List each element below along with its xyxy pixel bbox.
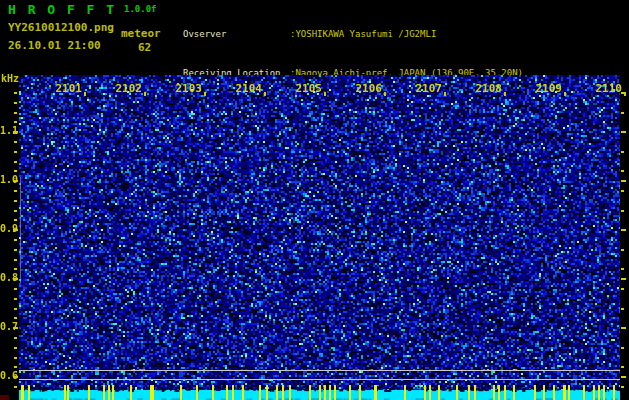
y-axis-tick-mark — [14, 151, 17, 153]
x-axis-tick-mark — [444, 92, 446, 96]
y-axis-tick-mark — [14, 386, 17, 388]
y-axis-right-tick-mark — [621, 386, 624, 388]
y-axis-tick-label: 1.1 — [0, 125, 13, 136]
y-axis-tick-mark — [13, 327, 18, 329]
y-axis-tick-mark — [13, 131, 18, 133]
y-axis-tick-mark — [13, 278, 18, 280]
y-axis-right-tick-mark — [621, 229, 626, 231]
x-axis-tick-label: 2102 — [99, 82, 142, 95]
observation-datetime: 26.10.01 21:00 — [8, 39, 101, 52]
x-axis-tick-mark — [564, 92, 566, 96]
x-axis-tick-mark — [324, 92, 326, 96]
y-axis-right-tick-mark — [621, 112, 624, 114]
y-axis-tick-label: 0.6 — [0, 370, 13, 381]
y-axis-tick-mark — [14, 317, 17, 319]
y-axis-tick-mark — [13, 229, 18, 231]
y-axis-tick-mark — [14, 102, 17, 104]
y-axis-tick-mark — [14, 112, 17, 114]
y-axis-tick-mark — [14, 210, 17, 212]
x-axis-tick-label: 2104 — [219, 82, 262, 95]
y-axis-tick-mark — [14, 366, 17, 368]
y-axis-tick-mark — [14, 92, 17, 94]
y-axis-unit-label: kHz — [1, 73, 19, 84]
y-axis-tick-mark — [14, 170, 17, 172]
y-axis-right-tick-mark — [621, 288, 624, 290]
y-axis-tick-mark — [14, 347, 17, 349]
x-axis-tick-label: 2108 — [459, 82, 502, 95]
y-axis-right-tick-mark — [621, 366, 624, 368]
y-axis-tick-mark — [14, 298, 17, 300]
y-axis-right-tick-mark — [621, 151, 624, 153]
y-axis-right-tick-mark — [621, 327, 626, 329]
y-axis-tick-mark — [14, 190, 17, 192]
y-axis-tick-mark — [14, 288, 17, 290]
x-axis-tick-mark — [84, 92, 86, 96]
y-axis-right-tick-mark — [621, 376, 626, 378]
x-axis-tick-label: 2105 — [279, 82, 322, 95]
y-axis-tick-mark — [14, 239, 17, 241]
x-axis-tick-mark — [204, 92, 206, 96]
app-title: H R O F F T — [8, 2, 116, 17]
x-axis-tick-label: 2107 — [399, 82, 442, 95]
app-version: 1.0.0f — [124, 4, 157, 14]
x-axis-tick-label: 2103 — [159, 82, 202, 95]
y-axis-right-tick-mark — [621, 278, 626, 280]
y-axis-right-tick-mark — [621, 268, 624, 270]
status-corner-mark — [0, 395, 9, 400]
spectrogram-canvas — [19, 75, 620, 400]
x-axis-tick-label: 2109 — [519, 82, 562, 95]
x-axis-tick-mark — [504, 92, 506, 96]
y-axis-right-tick-mark — [621, 210, 624, 212]
y-axis-tick-mark — [14, 219, 17, 221]
y-axis-tick-mark — [14, 121, 17, 123]
y-axis-tick-label: 0.9 — [0, 223, 13, 234]
y-axis-tick-mark — [14, 337, 17, 339]
info-value: :YOSHIKAWA Yasufumi /JG2MLI — [290, 29, 436, 39]
y-axis-tick-mark — [14, 141, 17, 143]
output-filename: YY2610012100.png — [8, 21, 114, 34]
y-axis-tick-mark — [13, 376, 18, 378]
meteor-count: 62 — [138, 41, 151, 54]
x-axis-tick-mark — [384, 92, 386, 96]
y-axis-right-tick-mark — [621, 190, 624, 192]
y-axis-tick-mark — [14, 268, 17, 270]
mode-label: meteor — [121, 27, 161, 40]
y-axis-tick-label: 1.0 — [0, 174, 13, 185]
x-axis-tick-label: 2106 — [339, 82, 382, 95]
info-label: Ovserver — [183, 28, 290, 41]
x-axis-tick-mark — [624, 92, 626, 96]
y-axis-right-tick-mark — [621, 180, 626, 182]
y-axis-tick-mark — [14, 200, 17, 202]
y-axis-tick-label: 0.8 — [0, 272, 13, 283]
x-axis-tick-mark — [264, 92, 266, 96]
hrofft-screenshot: H R O F F T 1.0.0f YY2610012100.png mete… — [0, 0, 629, 400]
y-axis-tick-mark — [14, 308, 17, 310]
x-axis-tick-mark — [144, 92, 146, 96]
y-axis-tick-mark — [13, 180, 18, 182]
y-axis-tick-label: 0.7 — [0, 321, 13, 332]
info-row-observer: Ovserver:YOSHIKAWA Yasufumi /JG2MLI — [183, 28, 545, 41]
y-axis-right-tick-mark — [621, 308, 624, 310]
y-axis-right-tick-mark — [621, 347, 624, 349]
y-axis-tick-mark — [14, 357, 17, 359]
y-axis-right-tick-mark — [621, 131, 626, 133]
y-axis-right-tick-mark — [621, 170, 624, 172]
x-axis-tick-label: 2101 — [39, 82, 82, 95]
y-axis-tick-mark — [14, 249, 17, 251]
y-axis-tick-mark — [14, 161, 17, 163]
y-axis-tick-mark — [14, 259, 17, 261]
y-axis-right-tick-mark — [621, 249, 624, 251]
x-axis-tick-label: 2110 — [579, 82, 622, 95]
